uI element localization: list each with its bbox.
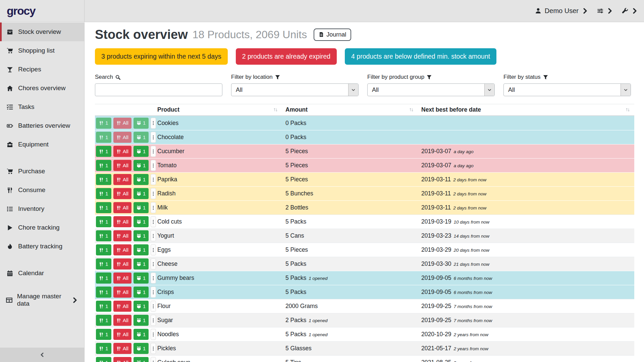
consume-all-button[interactable]: All	[113, 188, 131, 199]
sidebar-item-chore-tracking[interactable]: Chore tracking	[0, 218, 84, 237]
consume-all-button[interactable]: All	[113, 343, 131, 354]
consume-all-button[interactable]: All	[113, 118, 131, 129]
box-open-icon	[137, 290, 141, 295]
open-one-button[interactable]: 1	[133, 160, 149, 171]
consume-one-button[interactable]: 1	[96, 287, 111, 298]
consume-one-label: 1	[105, 346, 108, 352]
amount-column-header[interactable]: Amount	[282, 106, 418, 113]
alert-expiring-badge[interactable]: 3 products expiring within the next 5 da…	[95, 48, 228, 65]
chevron-right-icon	[582, 8, 588, 14]
open-one-button[interactable]: 1	[133, 244, 149, 255]
consume-one-button[interactable]: 1	[96, 202, 111, 213]
sidebar-item-calendar[interactable]: Calendar	[0, 264, 84, 283]
open-one-button[interactable]: 1	[133, 273, 149, 284]
open-one-button[interactable]: 1	[133, 357, 149, 362]
open-one-button[interactable]: 1	[133, 146, 149, 157]
search-input[interactable]	[95, 83, 222, 96]
app-logo[interactable]: grocy	[7, 4, 35, 17]
consume-one-button[interactable]: 1	[96, 146, 111, 157]
product-name: Milk	[154, 204, 282, 211]
consume-all-button[interactable]: All	[113, 160, 131, 171]
consume-all-button[interactable]: All	[113, 258, 131, 269]
sidebar-item-manage-master-data[interactable]: Manage master data	[0, 291, 84, 309]
sidebar-item-stock-overview[interactable]: Stock overview	[0, 22, 84, 41]
consume-one-button[interactable]: 1	[96, 357, 111, 362]
sidebar-item-chores-overview[interactable]: Chores overview	[0, 79, 84, 98]
alert-expired-badge[interactable]: 2 products are already expired	[236, 48, 337, 65]
sidebar-item-tasks[interactable]: Tasks	[0, 98, 84, 116]
consume-one-button[interactable]: 1	[96, 343, 111, 354]
product-name: Flour	[154, 303, 282, 310]
settings-menu[interactable]	[597, 8, 613, 14]
consume-one-button[interactable]: 1	[96, 174, 111, 185]
consume-all-button[interactable]: All	[113, 329, 131, 340]
consume-all-button[interactable]: All	[113, 315, 131, 326]
consume-one-button[interactable]: 1	[96, 315, 111, 326]
consume-all-button[interactable]: All	[113, 301, 131, 312]
sidebar-item-shopping-list[interactable]: Shopping list	[0, 41, 84, 60]
consume-one-button[interactable]: 1	[96, 329, 111, 340]
open-one-button[interactable]: 1	[133, 216, 149, 227]
product-group-filter-select[interactable]: All	[367, 83, 495, 96]
consume-one-button[interactable]: 1	[96, 258, 111, 269]
open-one-button[interactable]: 1	[133, 301, 149, 312]
sidebar-item-consume[interactable]: Consume	[0, 181, 84, 199]
sidebar-item-purchase[interactable]: Purchase	[0, 162, 84, 181]
alert-below-min-stock-badge[interactable]: 4 products are below defined min. stock …	[345, 48, 496, 65]
consume-one-button[interactable]: 1	[96, 188, 111, 199]
consume-all-button[interactable]: All	[113, 287, 131, 298]
product-name: Sugar	[154, 317, 282, 324]
consume-all-button[interactable]: All	[113, 132, 131, 143]
sidebar-item-inventory[interactable]: Inventory	[0, 199, 84, 218]
open-one-button[interactable]: 1	[133, 258, 149, 269]
open-one-button[interactable]: 1	[133, 118, 149, 129]
consume-all-button[interactable]: All	[113, 146, 131, 157]
consume-all-button[interactable]: All	[113, 244, 131, 255]
open-one-button[interactable]: 1	[133, 174, 149, 185]
consume-all-button[interactable]: All	[113, 202, 131, 213]
chevron-down-icon	[352, 88, 355, 92]
sidebar-collapse-button[interactable]	[0, 348, 84, 362]
location-filter-label: Filter by location	[231, 74, 359, 80]
sidebar-item-equipment[interactable]: Equipment	[0, 135, 84, 154]
consume-all-button[interactable]: All	[113, 174, 131, 185]
row-actions: 1All1	[95, 287, 154, 298]
consume-one-button[interactable]: 1	[96, 301, 111, 312]
location-filter-select[interactable]: All	[231, 83, 359, 96]
consume-all-button[interactable]: All	[113, 357, 131, 362]
open-one-button[interactable]: 1	[133, 315, 149, 326]
status-filter-select[interactable]: All	[503, 83, 631, 96]
open-one-button[interactable]: 1	[133, 132, 149, 143]
open-one-button[interactable]: 1	[133, 343, 149, 354]
consume-one-button[interactable]: 1	[96, 244, 111, 255]
user-menu[interactable]: Demo User	[535, 7, 588, 15]
consume-one-button[interactable]: 1	[96, 216, 111, 227]
journal-button[interactable]: Journal	[314, 28, 351, 41]
consume-one-button[interactable]: 1	[96, 160, 111, 171]
utensils-icon	[116, 276, 121, 281]
chevron-right-icon	[607, 8, 613, 14]
sidebar-item-recipes[interactable]: Recipes	[0, 60, 84, 79]
open-one-label: 1	[143, 233, 146, 239]
consume-all-button[interactable]: All	[113, 230, 131, 241]
open-one-button[interactable]: 1	[133, 202, 149, 213]
admin-menu[interactable]	[622, 8, 638, 14]
consume-one-button[interactable]: 1	[96, 118, 111, 129]
sidebar-item-batteries-overview[interactable]: Batteries overview	[0, 116, 84, 135]
product-column-header[interactable]: Product	[154, 106, 282, 113]
open-one-button[interactable]: 1	[133, 287, 149, 298]
consume-all-button[interactable]: All	[113, 273, 131, 284]
consume-one-button[interactable]: 1	[96, 132, 111, 143]
consume-all-button[interactable]: All	[113, 216, 131, 227]
sidebar-item-battery-tracking[interactable]: Battery tracking	[0, 237, 84, 256]
consume-one-button[interactable]: 1	[96, 230, 111, 241]
date-column-header[interactable]: Next best before date	[418, 106, 634, 113]
consume-one-button[interactable]: 1	[96, 273, 111, 284]
amount-value: 5 Packs	[285, 331, 306, 338]
consume-all-label: All	[123, 317, 128, 323]
open-one-button[interactable]: 1	[133, 188, 149, 199]
product-name: Radish	[154, 190, 282, 197]
open-one-button[interactable]: 1	[133, 230, 149, 241]
open-one-button[interactable]: 1	[133, 329, 149, 340]
play-icon	[6, 225, 14, 231]
